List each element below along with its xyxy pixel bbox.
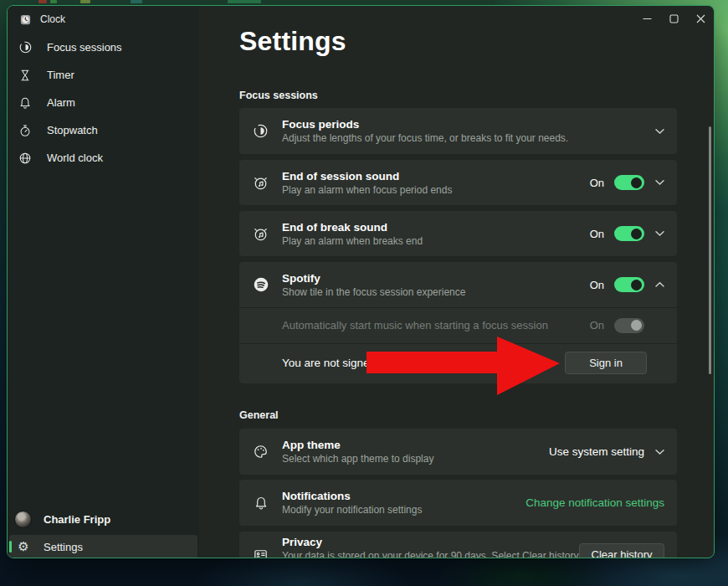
page-title: Settings [239,26,346,57]
autostart-label: Automatically start music when starting … [282,319,548,332]
avatar [14,511,32,528]
sidebar-item-label: Settings [44,541,83,553]
selection-indicator [9,541,12,553]
divider [239,307,677,308]
row-text: Spotify Show tile in the focus session e… [282,272,465,298]
row-text: Privacy Your data is stored on your devi… [282,536,579,558]
toggle-knob [631,280,642,290]
privacy-id-card-icon [252,546,269,558]
toggle-state-label: On [590,279,604,291]
row-title: App theme [282,439,433,451]
chevron-down-icon[interactable] [655,179,664,186]
wallpaper-fleck [131,0,142,3]
row-description: Play an alarm when breaks end [282,235,423,247]
bell-icon [252,494,269,511]
toggle-state-label: On [590,319,604,332]
chevron-down-icon [655,449,664,455]
row-text: Notifications Modify your notification s… [282,490,422,516]
card-notifications: Notifications Modify your notification s… [239,480,677,526]
wallpaper-fleck [228,0,261,3]
row-description: Your data is stored on your device for 9… [282,550,579,558]
sidebar-item-label: Alarm [47,96,75,109]
sidebar-item-settings[interactable]: ⚙ Settings [9,535,197,558]
dropdown-value: Use system setting [549,445,644,458]
sidebar-item-focus-sessions[interactable]: Focus sessions [8,33,199,61]
sidebar-item-label: Timer [47,69,74,81]
sidebar-item-alarm[interactable]: Alarm [8,89,199,116]
toggle-state-label: On [590,177,604,189]
stopwatch-icon [18,123,33,138]
row-description: Adjust the lengths of your focus time, o… [282,132,568,144]
annotation-arrow [367,334,561,398]
wallpaper-fleck [80,0,90,3]
spotify-toggle[interactable] [614,277,644,292]
spotify-row[interactable]: Spotify Show tile in the focus session e… [239,262,677,307]
card-privacy: Privacy Your data is stored on your devi… [239,532,677,558]
sidebar-nav: Focus sessions Timer Alarm [8,33,199,172]
window-title: Clock [40,13,65,25]
focus-sessions-icon [18,40,33,55]
end-of-session-sound-toggle[interactable] [614,175,644,190]
row-title: Notifications [282,490,422,502]
user-account-row[interactable]: Charlie Fripp [8,506,199,532]
palette-icon [252,443,269,460]
row-description: Modify your notification settings [282,504,422,516]
maximize-button[interactable] [660,6,687,31]
clock-app-window: Clock Focus sessions [7,5,715,558]
focus-periods-icon [252,122,269,140]
titlebar: Clock [18,12,65,27]
row-description: Play an alarm when focus period ends [282,184,452,196]
card-end-of-session-sound[interactable]: End of session sound Play an alarm when … [239,160,677,205]
sidebar-item-label: World clock [47,152,103,164]
row-text: App theme Select which app theme to disp… [282,439,433,465]
spotify-icon [252,276,269,294]
alarm-sound-icon [252,174,269,192]
toggle-knob [631,177,642,188]
vertical-scrollbar[interactable] [709,126,711,374]
autostart-toggle-disabled [614,318,644,333]
world-clock-icon [18,151,33,166]
row-title: End of break sound [282,221,423,234]
section-header-focus-sessions: Focus sessions [239,90,318,101]
row-text: End of break sound Play an alarm when br… [282,221,423,247]
clock-app-icon [18,12,33,27]
wallpaper-fleck [38,0,47,3]
sidebar-item-stopwatch[interactable]: Stopwatch [8,116,199,144]
minimize-button[interactable] [633,6,660,31]
timer-icon [18,68,33,83]
window-controls [633,6,714,31]
row-description: Select which app theme to display [282,453,433,465]
toggle-state-label: On [590,228,604,240]
card-focus-periods[interactable]: Focus periods Adjust the lengths of your… [239,108,677,154]
chevron-up-icon[interactable] [655,281,664,288]
section-header-general: General [239,409,279,421]
alarm-icon [18,95,33,111]
close-button[interactable] [687,6,714,31]
row-title: Focus periods [282,118,568,131]
row-text: Focus periods Adjust the lengths of your… [282,118,568,144]
row-title: End of session sound [282,170,452,182]
toggle-knob [631,229,642,239]
gear-icon: ⚙ [16,539,31,554]
card-app-theme[interactable]: App theme Select which app theme to disp… [239,429,677,475]
sidebar-item-world-clock[interactable]: World clock [8,144,199,172]
alarm-sound-icon [252,225,269,243]
sign-in-button[interactable]: Sign in [565,352,647,374]
app-theme-dropdown[interactable]: Use system setting [549,445,664,458]
row-title: Privacy [282,536,579,548]
clear-history-button[interactable]: Clear history [579,543,664,558]
row-text: End of session sound Play an alarm when … [282,170,452,196]
wallpaper-fleck [50,0,57,3]
row-title: Spotify [282,272,465,285]
end-of-break-sound-toggle[interactable] [614,226,644,241]
chevron-down-icon[interactable] [655,128,664,135]
chevron-down-icon[interactable] [655,230,664,237]
sidebar-item-timer[interactable]: Timer [8,61,199,89]
sidebar-item-label: Stopwatch [47,124,98,136]
change-notification-settings-link[interactable]: Change notification settings [525,496,664,509]
card-end-of-break-sound[interactable]: End of break sound Play an alarm when br… [239,211,677,256]
user-name: Charlie Fripp [44,513,110,526]
row-description: Show tile in the focus session experienc… [282,286,465,298]
toggle-knob [631,320,642,331]
sidebar-item-label: Focus sessions [47,41,122,54]
